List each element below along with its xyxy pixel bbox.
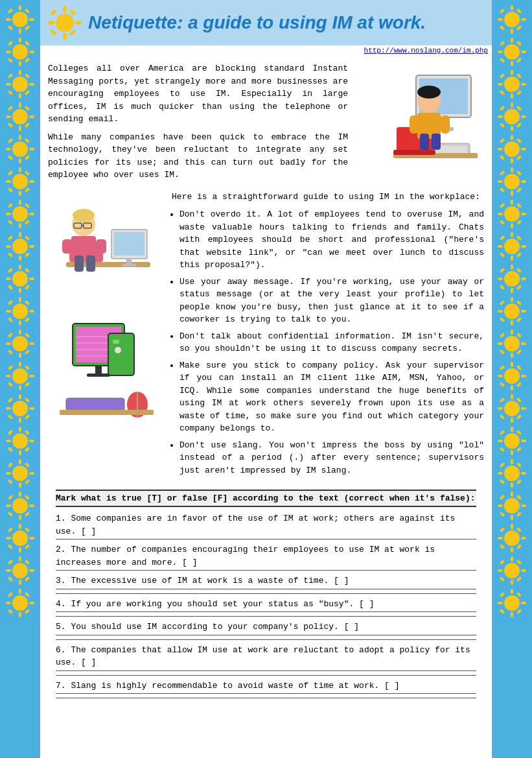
svg-rect-297 (516, 252, 522, 257)
svg-point-53 (12, 174, 28, 189)
svg-rect-296 (500, 252, 505, 257)
svg-rect-68 (25, 235, 30, 241)
main-content: Netiquette: a guide to using IM at work.… (40, 0, 492, 758)
svg-point-271 (504, 141, 520, 157)
svg-rect-46 (19, 191, 21, 196)
svg-rect-105 (8, 382, 13, 387)
svg-rect-251 (500, 90, 505, 95)
svg-rect-221 (113, 340, 119, 344)
svg-rect-129 (29, 472, 34, 475)
bullet-item-5: Don't use slang. You won't impress the b… (179, 439, 484, 477)
svg-rect-99 (19, 362, 21, 367)
svg-rect-45 (19, 167, 21, 172)
svg-rect-6 (8, 25, 13, 30)
svg-rect-366 (500, 495, 505, 500)
svg-point-307 (504, 271, 520, 287)
svg-rect-172 (63, 33, 67, 40)
svg-rect-119 (6, 440, 11, 442)
svg-rect-37 (19, 158, 21, 163)
right-sidebar (492, 0, 532, 758)
svg-rect-288 (516, 220, 522, 225)
svg-rect-372 (511, 547, 513, 552)
svg-rect-74 (6, 278, 11, 280)
svg-rect-124 (25, 447, 30, 452)
svg-point-397 (504, 595, 520, 611)
svg-rect-242 (500, 58, 505, 63)
svg-rect-226 (60, 410, 154, 415)
svg-rect-263 (511, 135, 513, 140)
r-sun-icon-11 (498, 329, 526, 358)
svg-rect-63 (19, 232, 21, 237)
svg-rect-382 (498, 569, 503, 572)
exercise-item-3: 3. The excessive use of IM at work is a … (56, 574, 476, 587)
svg-rect-380 (511, 556, 513, 562)
svg-rect-275 (521, 180, 526, 183)
sun-icon-17 (6, 524, 34, 552)
svg-rect-346 (498, 440, 503, 442)
svg-rect-2 (6, 18, 11, 21)
svg-rect-367 (516, 495, 522, 500)
exercise-item-2: 2. The number of companies encouraging t… (56, 543, 476, 569)
svg-point-235 (504, 12, 520, 27)
svg-point-161 (12, 563, 28, 578)
svg-rect-138 (29, 504, 34, 507)
svg-rect-360 (516, 479, 522, 484)
svg-point-143 (12, 498, 28, 514)
svg-rect-140 (25, 495, 30, 500)
sun-icon-3 (6, 70, 34, 99)
svg-rect-38 (6, 148, 11, 150)
svg-rect-243 (516, 58, 522, 63)
svg-rect-290 (511, 232, 513, 237)
svg-rect-273 (511, 191, 513, 196)
svg-rect-234 (516, 25, 522, 30)
svg-rect-114 (8, 414, 13, 420)
svg-rect-16 (25, 58, 30, 63)
svg-rect-395 (500, 609, 505, 614)
sun-icon-11 (6, 329, 34, 358)
svg-rect-52 (25, 187, 30, 193)
r-sun-icon-2 (498, 38, 526, 66)
svg-rect-239 (521, 51, 526, 53)
svg-point-379 (504, 530, 520, 546)
sun-icon-5 (6, 135, 34, 163)
svg-rect-42 (8, 155, 13, 160)
svg-rect-259 (516, 106, 522, 111)
svg-rect-351 (516, 447, 522, 452)
svg-rect-79 (25, 285, 30, 290)
svg-rect-348 (500, 430, 505, 435)
svg-rect-354 (511, 482, 513, 488)
svg-rect-369 (516, 512, 522, 517)
svg-rect-76 (8, 268, 13, 273)
svg-rect-247 (498, 83, 503, 86)
svg-rect-166 (8, 592, 13, 597)
svg-rect-264 (511, 158, 513, 163)
svg-rect-318 (511, 353, 513, 358)
svg-rect-250 (516, 73, 522, 78)
svg-rect-314 (500, 317, 505, 322)
svg-rect-364 (498, 504, 503, 507)
svg-rect-365 (521, 504, 526, 507)
r-sun-icon-18 (498, 556, 526, 585)
svg-rect-135 (19, 492, 21, 497)
exercise-line-2 (56, 570, 476, 571)
svg-rect-96 (8, 349, 13, 355)
svg-rect-198 (114, 232, 145, 255)
svg-rect-177 (50, 29, 57, 36)
svg-rect-151 (25, 544, 30, 549)
bullet-item-3: Don't talk about confidential informatio… (179, 330, 484, 355)
guide-intro: Here is a straightforward guide to using… (168, 191, 484, 204)
svg-point-280 (504, 174, 520, 189)
svg-rect-147 (29, 537, 34, 539)
svg-rect-320 (521, 342, 526, 345)
svg-point-316 (504, 303, 520, 319)
header-sun-icon (47, 5, 83, 41)
url-text: http://www.noslang.com/im.php (364, 47, 488, 54)
svg-rect-223 (66, 398, 124, 411)
svg-point-325 (504, 336, 520, 351)
exercise-line-7b (56, 698, 476, 698)
svg-rect-175 (50, 9, 57, 16)
exercise-line-3b (56, 593, 476, 594)
svg-rect-383 (521, 569, 526, 572)
sun-icon-6 (6, 167, 34, 196)
r-sun-icon-9 (498, 265, 526, 293)
